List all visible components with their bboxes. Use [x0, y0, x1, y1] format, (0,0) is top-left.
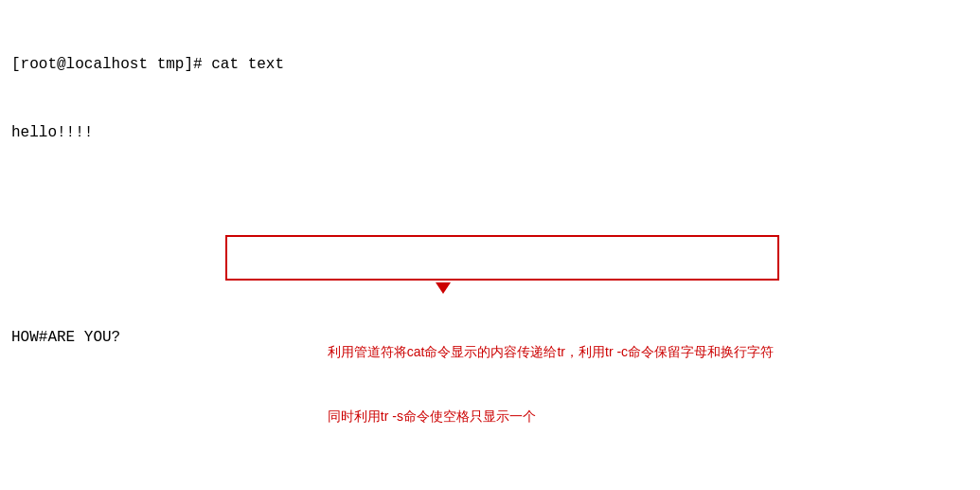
annotation-line-2: 同时利用tr -s命令使空格只显示一个 — [328, 408, 536, 424]
annotation-line-1: 利用管道符将cat命令显示的内容传递给tr，利用tr -c命令保留字母和换行字符 — [328, 344, 774, 359]
terminal-line-2: hello!!!! — [11, 121, 969, 144]
terminal-empty-2 — [11, 258, 969, 281]
annotation-text: 利用管道符将cat命令显示的内容传递给tr，利用tr -c命令保留字母和换行字符… — [320, 320, 774, 426]
terminal-empty-4 — [11, 463, 969, 485]
terminal-line-1: [root@localhost tmp]# cat text — [11, 53, 969, 76]
arrow-head — [436, 282, 451, 294]
terminal-empty-1 — [11, 190, 969, 212]
